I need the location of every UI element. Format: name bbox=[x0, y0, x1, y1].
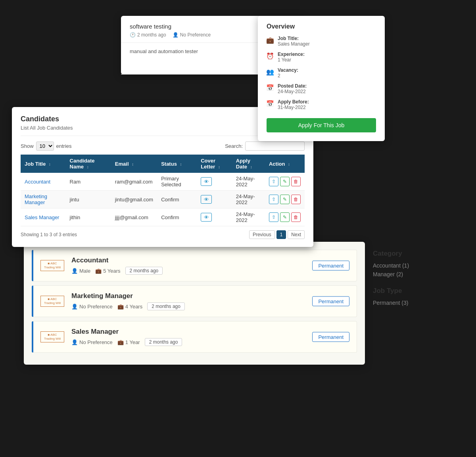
entries-select[interactable]: 10 25 50 bbox=[36, 141, 54, 151]
category-item[interactable]: Accountant (1) bbox=[373, 262, 460, 269]
company-logo: ■ ABC Trading Will bbox=[40, 258, 64, 273]
next-button[interactable]: Next bbox=[288, 230, 305, 239]
clock-icon-ov: ⏰ bbox=[267, 52, 274, 59]
job-type-item[interactable]: Permanent (3) bbox=[373, 300, 460, 306]
table-footer: Showing 1 to 3 of 3 entries Previous 1 N… bbox=[21, 230, 305, 239]
col-job-title[interactable]: Job Title ↕ bbox=[21, 155, 66, 173]
job-type-list: Permanent (3) bbox=[373, 300, 460, 306]
col-apply-date[interactable]: Apply Date ↕ bbox=[232, 155, 265, 173]
listing-job-title: Marketing Manager bbox=[71, 292, 349, 300]
delete-button[interactable]: 🗑 bbox=[291, 212, 301, 222]
col-status[interactable]: Status ↕ bbox=[157, 155, 197, 173]
apply-button[interactable]: Apply For This Job bbox=[267, 118, 376, 132]
candidates-table: Job Title ↕ Candidate Name ↕ Email ↕ Sta… bbox=[21, 155, 305, 226]
overview-posted-date: 📅 Posted Date: 24-May-2022 bbox=[267, 83, 376, 94]
action-cell: ⇧ ✎ 🗑 bbox=[265, 173, 305, 191]
action-cell: ⇧ ✎ 🗑 bbox=[265, 191, 305, 208]
col-action[interactable]: Action ↕ bbox=[265, 155, 305, 173]
col-candidate-name[interactable]: Candidate Name ↕ bbox=[66, 155, 111, 173]
col-cover-letter[interactable]: Cover Letter ↕ bbox=[197, 155, 232, 173]
view-button[interactable]: ⇧ bbox=[269, 195, 278, 204]
listing-experience: 💼 5 Years bbox=[95, 268, 120, 274]
job-title-cell: Marketing Manager bbox=[21, 191, 66, 208]
exp-icon: 💼 bbox=[117, 339, 124, 345]
delete-button[interactable]: 🗑 bbox=[291, 177, 301, 186]
overview-vacancy: 👥 Vacancy: 2 bbox=[267, 67, 376, 78]
job-type-button[interactable]: Permanent bbox=[312, 261, 349, 271]
cover-letter-cell: 👁 bbox=[197, 173, 232, 191]
candidate-name-cell: jithin bbox=[66, 208, 111, 226]
table-controls: Show 10 25 50 entries Search: bbox=[21, 141, 305, 151]
job-preference: 👤 No Preference bbox=[173, 32, 211, 38]
job-listing-item: ■ ABC Trading Will Accountant 👤 Male 💼 5… bbox=[32, 250, 357, 281]
job-info: Sales Manager 👤 No Preference 💼 1 Year 2… bbox=[71, 328, 349, 346]
status-cell: Primary Selected bbox=[157, 173, 197, 191]
apply-date-cell: 24-May-2022 bbox=[232, 208, 265, 226]
view-button[interactable]: ⇧ bbox=[269, 177, 278, 186]
listing-meta: 👤 Male 💼 5 Years 2 months ago bbox=[71, 267, 349, 275]
logo-text: ■ ABC Trading Will bbox=[40, 331, 64, 342]
job-title-link[interactable]: Accountant bbox=[25, 179, 50, 185]
search-input[interactable] bbox=[245, 141, 305, 151]
listing-time-badge: 2 months ago bbox=[125, 267, 163, 275]
edit-button[interactable]: ✎ bbox=[280, 177, 290, 186]
view-cover-letter-button[interactable]: 👁 bbox=[201, 177, 212, 186]
overview-panel: Overview 💼 Job Title: Sales Manager ⏰ Ex… bbox=[258, 16, 385, 141]
user-icon: 👤 bbox=[173, 32, 178, 38]
cover-letter-cell: 👁 bbox=[197, 208, 232, 226]
job-title-link[interactable]: Sales Manager bbox=[25, 214, 59, 220]
listing-meta: 👤 No Preference 💼 1 Year 2 months ago bbox=[71, 338, 349, 346]
email-cell: jjjj@gmail.com bbox=[111, 208, 157, 226]
view-cover-letter-button[interactable]: 👁 bbox=[201, 195, 212, 204]
category-title: Category bbox=[373, 250, 460, 258]
col-email[interactable]: Email ↕ bbox=[111, 155, 157, 173]
email-cell: jintu@gmail.com bbox=[111, 191, 157, 208]
candidate-name-cell: Ram bbox=[66, 173, 111, 191]
page-1-button[interactable]: 1 bbox=[276, 230, 286, 239]
listing-meta: 👤 No Preference 💼 4 Years 2 months ago bbox=[71, 302, 349, 310]
delete-button[interactable]: 🗑 bbox=[291, 195, 301, 204]
calendar-icon-ov2: 📅 bbox=[267, 100, 274, 107]
job-title-cell: Sales Manager bbox=[21, 208, 66, 226]
edit-button[interactable]: ✎ bbox=[280, 195, 290, 204]
email-cell: ram@gmail.com bbox=[111, 173, 157, 191]
job-type-title: Job Type bbox=[373, 287, 460, 295]
job-info: Marketing Manager 👤 No Preference 💼 4 Ye… bbox=[71, 292, 349, 310]
table-row: Marketing Manager jintu jintu@gmail.com … bbox=[21, 191, 305, 208]
status-cell: Confirm bbox=[157, 208, 197, 226]
listing-time-badge: 2 months ago bbox=[145, 338, 182, 346]
status-cell: Confirm bbox=[157, 191, 197, 208]
prev-button[interactable]: Previous bbox=[249, 230, 275, 239]
edit-button[interactable]: ✎ bbox=[280, 212, 290, 222]
job-listing-item: ■ ABC Trading Will Marketing Manager 👤 N… bbox=[32, 285, 357, 317]
apply-date-cell: 24-May-2022 bbox=[232, 173, 265, 191]
cover-letter-cell: 👁 bbox=[197, 191, 232, 208]
job-type-button[interactable]: Permanent bbox=[312, 296, 349, 306]
company-logo: ■ ABC Trading Will bbox=[40, 329, 64, 345]
pagination: Previous 1 Next bbox=[249, 230, 305, 239]
category-list: Accountant (1)Manager (2) bbox=[373, 262, 460, 277]
show-entries: Show 10 25 50 entries bbox=[21, 141, 72, 151]
overview-job-title: 💼 Job Title: Sales Manager bbox=[267, 36, 376, 47]
category-item[interactable]: Manager (2) bbox=[373, 271, 460, 277]
search-box: Search: bbox=[225, 141, 305, 151]
job-type-button[interactable]: Permanent bbox=[312, 332, 349, 342]
category-panel: Category Accountant (1)Manager (2) Job T… bbox=[373, 250, 460, 316]
exp-icon: 💼 bbox=[117, 304, 124, 310]
overview-apply-before: 📅 Apply Before: 31-May-2022 bbox=[267, 99, 376, 110]
listing-job-title: Sales Manager bbox=[71, 328, 349, 336]
job-posted-time: 🕐 2 months ago bbox=[130, 32, 166, 38]
company-logo: ■ ABC Trading Will bbox=[40, 293, 64, 309]
clock-icon: 🕐 bbox=[130, 32, 136, 38]
view-button[interactable]: ⇧ bbox=[269, 212, 278, 222]
user-icon-listing: 👤 bbox=[71, 268, 78, 274]
job-title-link[interactable]: Marketing Manager bbox=[25, 193, 47, 205]
view-cover-letter-button[interactable]: 👁 bbox=[201, 213, 212, 222]
showing-text: Showing 1 to 3 of 3 entries bbox=[21, 232, 77, 237]
listing-experience: 💼 4 Years bbox=[117, 304, 142, 310]
logo-text: ■ ABC Trading Will bbox=[40, 296, 64, 306]
exp-icon: 💼 bbox=[95, 268, 102, 274]
users-icon-ov: 👥 bbox=[267, 68, 274, 75]
overview-title: Overview bbox=[267, 23, 376, 30]
job-info: Accountant 👤 Male 💼 5 Years 2 months ago bbox=[71, 256, 349, 275]
